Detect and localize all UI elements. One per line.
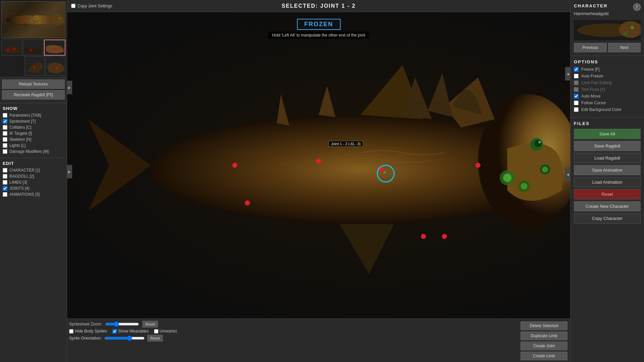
sprite-thumb-4[interactable] — [24, 56, 45, 76]
sprite-thumb-5[interactable] — [45, 56, 65, 76]
svg-point-33 — [316, 159, 321, 164]
svg-point-26 — [521, 183, 528, 189]
collapse-arrow-sprites[interactable]: ▶ — [67, 81, 72, 94]
spritesheet-zoom-label: Spritesheet Zoom: — [69, 322, 102, 326]
svg-point-43 — [631, 26, 634, 29]
edit-background-color-option: Edit Background Color — [574, 107, 641, 112]
copy-joint-settings-row: Copy Joint Settings — [71, 4, 112, 8]
spritesheet-zoom-slider[interactable] — [105, 321, 139, 327]
sprite-row-2 — [1, 56, 65, 76]
svg-point-30 — [535, 140, 541, 147]
spritesheet-checkbox[interactable] — [3, 119, 7, 124]
ragdoll-edit-label: RAGDOLL [2] — [9, 174, 34, 179]
sprite-thumb-1[interactable] — [1, 40, 22, 56]
auto-freeze-checkbox[interactable] — [574, 74, 579, 78]
joints-edit-label: JOINTS [4] — [9, 186, 29, 191]
edit-title: EDIT — [3, 161, 64, 166]
hide-body-sprites-label: Hide Body Sprites — [75, 329, 107, 334]
parameters-label: Parameters [TAB] — [9, 113, 41, 118]
show-ik-targets: IK Targets [I] — [3, 131, 64, 136]
save-ragdoll-button[interactable]: Save Ragdoll — [574, 141, 641, 151]
recreate-ragdoll-button[interactable]: Recreate Ragdoll [F5] — [2, 90, 65, 100]
character-edit-label: CHARACTER [1] — [9, 168, 40, 173]
character-preview — [574, 20, 641, 40]
create-limb-button[interactable]: Create Limb — [521, 352, 567, 360]
follow-cursor-option: Follow Cursor — [574, 101, 641, 105]
ik-targets-checkbox[interactable] — [3, 131, 7, 136]
previous-button[interactable]: Previous — [574, 43, 607, 52]
lights-label: Lights [L] — [9, 143, 26, 148]
next-button[interactable]: Next — [608, 43, 641, 52]
limb-pair-editing-checkbox[interactable] — [574, 80, 579, 85]
skeleton-checkbox[interactable] — [3, 137, 7, 142]
test-pose-checkbox[interactable] — [574, 87, 579, 92]
svg-point-5 — [35, 17, 37, 18]
orientation-reset-button[interactable]: Reset — [147, 335, 163, 342]
lights-checkbox[interactable] — [3, 143, 7, 148]
ik-targets-label: IK Targets [I] — [9, 131, 32, 136]
create-joint-button[interactable]: Create Joint — [521, 342, 567, 350]
collapse-arrow-edit[interactable]: ▶ — [67, 165, 72, 178]
character-nav: Previous Next — [574, 43, 641, 52]
edit-ragdoll: RAGDOLL [2] — [3, 174, 64, 179]
unrestrict-checkbox[interactable] — [154, 329, 158, 334]
top-bar: Copy Joint Settings SELECTED: JOINT 1 - … — [67, 0, 570, 12]
duplicate-limb-button[interactable]: Duplicate Limb — [521, 331, 567, 340]
edit-background-color-checkbox[interactable] — [574, 107, 579, 112]
test-pose-label: Test Pose [X] — [581, 87, 605, 92]
info-icon[interactable]: ! — [633, 3, 641, 11]
right-panel-collapse-bottom[interactable]: ◀ — [565, 168, 571, 181]
sprite-thumb-3-selected[interactable] — [44, 40, 65, 56]
selected-title: SELECTED: JOINT 1 - 2 — [282, 3, 356, 9]
viewport[interactable]: FROZEN Hold 'Left Alt' to manipulate the… — [67, 12, 570, 318]
options-section: OPTIONS Freeze [F] Auto Freeze Limb Pair… — [571, 56, 644, 118]
unrestrict-label: Unrestrict — [160, 329, 177, 334]
action-buttons: Reload Textures Recreate Ragdoll [F5] ▶ — [0, 77, 67, 103]
hide-body-sprites-checkbox[interactable] — [69, 329, 73, 334]
right-panel-collapse-top[interactable]: ◀ — [565, 67, 571, 80]
damage-modifiers-label: Damage Modifiers [M] — [9, 149, 49, 154]
character-name: Hammerheadgold — [574, 11, 641, 16]
zoom-reset-button[interactable]: Reset — [142, 321, 158, 327]
joint-tooltip: Joint 1 - 2 (-6), -3) — [329, 141, 363, 147]
follow-cursor-checkbox[interactable] — [574, 101, 579, 105]
follow-cursor-label: Follow Cursor — [581, 101, 606, 105]
freeze-checkbox[interactable] — [574, 67, 579, 72]
delete-selected-button[interactable]: Delete Selected — [521, 321, 567, 330]
unrestrict-row: Unrestrict — [154, 329, 177, 334]
reset-button[interactable]: Reset — [574, 189, 641, 199]
character-edit-checkbox[interactable] — [3, 168, 7, 173]
show-wearables-row: Show Wearables — [112, 329, 149, 334]
svg-point-3 — [60, 18, 60, 18]
limbs-edit-checkbox[interactable] — [3, 180, 7, 185]
svg-point-15 — [13, 48, 15, 50]
load-ragdoll-button[interactable]: Load Ragdoll — [574, 153, 641, 163]
auto-move-option: Auto Move — [574, 94, 641, 99]
svg-point-1 — [50, 14, 64, 25]
copy-character-button[interactable]: Copy Character — [574, 213, 641, 224]
limbs-edit-label: LIMBS [3] — [9, 180, 27, 185]
damage-modifiers-checkbox[interactable] — [3, 149, 7, 154]
frozen-badge: FROZEN — [297, 19, 341, 30]
bottom-bar: Spritesheet Zoom: Reset Hide Body Sprite… — [67, 318, 570, 362]
svg-point-24 — [503, 174, 511, 182]
save-animation-button[interactable]: Save Animation — [574, 165, 641, 175]
save-all-button[interactable]: Save All — [574, 129, 641, 139]
parameters-checkbox[interactable] — [3, 113, 7, 118]
svg-point-28 — [542, 167, 548, 172]
sprite-thumb-2[interactable] — [23, 40, 44, 56]
load-animation-button[interactable]: Load Animation — [574, 177, 641, 187]
reload-textures-button[interactable]: Reload Textures — [2, 79, 65, 89]
animations-edit-checkbox[interactable] — [3, 192, 7, 197]
svg-point-17 — [54, 48, 55, 50]
colliders-checkbox[interactable] — [3, 125, 7, 130]
show-wearables-checkbox[interactable] — [112, 329, 117, 334]
copy-joint-settings-checkbox[interactable] — [71, 4, 76, 8]
svg-point-35 — [442, 234, 447, 239]
sprite-orientation-slider[interactable] — [104, 336, 145, 341]
auto-freeze-label: Auto Freeze — [581, 74, 603, 78]
joints-edit-checkbox[interactable] — [3, 186, 7, 191]
create-new-character-button[interactable]: Create New Character — [574, 201, 641, 212]
auto-move-checkbox[interactable] — [574, 94, 579, 99]
ragdoll-edit-checkbox[interactable] — [3, 174, 7, 179]
